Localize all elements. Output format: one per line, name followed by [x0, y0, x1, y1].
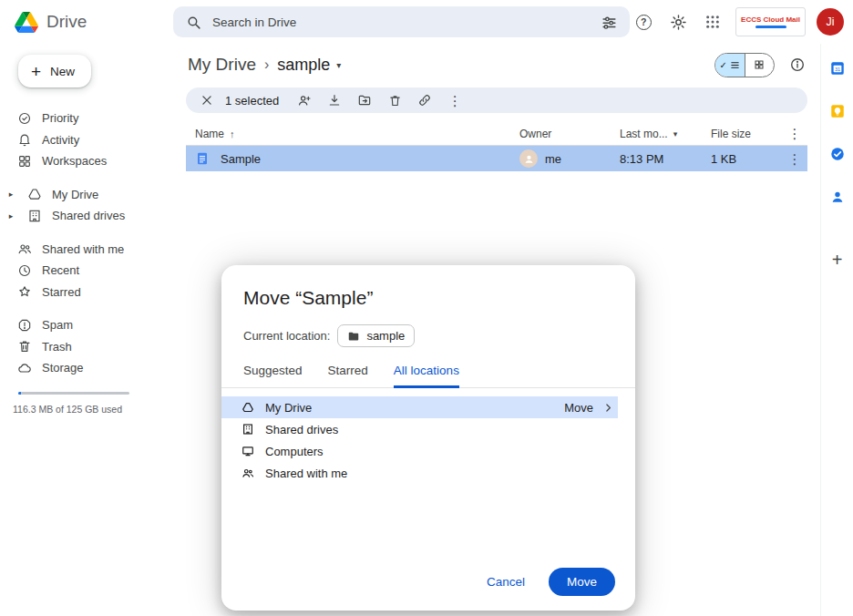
sidebar-item-spam[interactable]: Spam	[0, 314, 173, 336]
settings-button[interactable]	[666, 10, 690, 34]
header-last-modified-label: Last mo...	[620, 128, 668, 140]
sidebar-item-shared-with-me[interactable]: Shared with me	[0, 239, 173, 261]
selection-toolbar: 1 selected ⋮	[186, 87, 807, 113]
clear-selection-button[interactable]	[195, 88, 219, 112]
list-view-button[interactable]: ✓	[715, 54, 745, 77]
new-button[interactable]: + New	[18, 55, 91, 87]
folder-icon	[347, 330, 360, 343]
workspace-badge[interactable]: ECCS Cloud Mail	[735, 7, 806, 36]
trash-icon	[17, 339, 32, 354]
download-button[interactable]	[323, 88, 346, 112]
apps-grid-button[interactable]	[701, 10, 725, 34]
row-more-button[interactable]: ⋮	[782, 152, 807, 166]
bell-icon	[17, 132, 32, 147]
account-avatar[interactable]: Ji	[817, 8, 844, 36]
tab-suggested[interactable]: Suggested	[243, 364, 303, 388]
tasks-button[interactable]	[827, 144, 848, 164]
apps-grid-icon	[705, 15, 720, 29]
workspace-badge-label: ECCS Cloud Mail	[741, 15, 800, 24]
move-button[interactable]: Move	[549, 568, 615, 596]
person-add-icon	[297, 93, 312, 108]
tab-starred[interactable]: Starred	[328, 364, 368, 388]
tab-label: All locations	[394, 364, 459, 377]
topbar-actions: ? ECCS Cloud Mail Ji	[632, 7, 853, 36]
more-actions-button[interactable]: ⋮	[443, 88, 467, 112]
star-icon	[17, 284, 32, 299]
tab-label: Suggested	[243, 364, 303, 377]
location-row-shared-drives[interactable]: Shared drives	[221, 418, 618, 440]
sidebar-item-shared-drives[interactable]: ▸ Shared drives	[0, 205, 173, 227]
sidebar-item-storage[interactable]: Storage	[0, 357, 173, 379]
sidebar-item-my-drive[interactable]: ▸ My Drive	[0, 184, 173, 206]
get-addons-button[interactable]: +	[832, 250, 843, 271]
location-label: Shared drives	[265, 423, 338, 436]
last-modified-value: 8:13 PM	[620, 152, 711, 166]
folder-menu-caret-icon[interactable]: ▾	[336, 60, 341, 70]
table-row[interactable]: Sample me 8:13 PM 1 KB ⋮	[186, 146, 807, 171]
sort-ascending-icon: ↑	[230, 128, 235, 139]
get-link-button[interactable]	[413, 88, 437, 112]
keep-button[interactable]	[827, 101, 848, 121]
sidebar-item-label: Recent	[42, 263, 79, 277]
details-info-button[interactable]	[789, 56, 806, 73]
calendar-button[interactable]: 31	[827, 58, 848, 78]
row-move-action[interactable]: Move	[564, 401, 593, 415]
help-button[interactable]: ?	[632, 10, 655, 34]
header-last-modified[interactable]: Last mo... ▾	[620, 128, 711, 140]
search-input[interactable]: Search in Drive	[173, 6, 630, 37]
location-list: My Drive Move Shared drives Computers	[221, 396, 635, 484]
chevron-right-icon[interactable]	[602, 402, 614, 414]
move-to-button[interactable]	[353, 88, 376, 112]
grid-view-button[interactable]	[745, 54, 775, 77]
sidebar-item-priority[interactable]: Priority	[0, 108, 173, 129]
sidebar-item-activity[interactable]: Activity	[0, 129, 173, 151]
location-row-my-drive[interactable]: My Drive Move	[221, 396, 618, 418]
dialog-tabs: Suggested Starred All locations	[221, 364, 635, 388]
gear-icon	[670, 14, 687, 31]
contacts-icon	[829, 189, 846, 205]
header-name[interactable]: Name ↑	[186, 128, 519, 140]
file-table: Name ↑ Owner Last mo... ▾ File size ⋮	[186, 122, 807, 171]
location-label: Computers	[265, 445, 324, 458]
header-file-size[interactable]: File size	[711, 128, 782, 140]
location-label: My Drive	[265, 401, 312, 415]
calendar-icon: 31	[829, 60, 846, 77]
location-row-shared-with-me[interactable]: Shared with me	[221, 462, 618, 484]
sidebar-item-recent[interactable]: Recent	[0, 260, 173, 282]
keep-icon	[829, 103, 846, 119]
cancel-button[interactable]: Cancel	[487, 575, 525, 589]
shared-drives-icon	[242, 423, 254, 436]
download-icon	[327, 93, 342, 108]
avatar-initials: Ji	[826, 15, 834, 28]
expand-arrow-icon[interactable]: ▸	[5, 190, 17, 199]
search-icon[interactable]	[186, 15, 201, 30]
owner-name: me	[545, 152, 561, 166]
storage-progress-bar	[18, 392, 129, 395]
location-row-computers[interactable]: Computers	[221, 440, 618, 462]
header-file-size-label: File size	[711, 128, 751, 140]
file-name: Sample	[221, 152, 261, 166]
sidebar-item-starred[interactable]: Starred	[0, 282, 173, 303]
tab-all-locations[interactable]: All locations	[394, 364, 459, 388]
spam-icon	[17, 318, 32, 333]
sidebar-nav: Priority Activity Workspaces ▸	[0, 108, 173, 379]
sidebar-item-workspaces[interactable]: Workspaces	[0, 150, 173, 172]
breadcrumb-current[interactable]: sample	[277, 56, 330, 75]
view-toggle: ✓	[714, 53, 775, 77]
sidebar-item-trash[interactable]: Trash	[0, 336, 173, 358]
current-location-chip[interactable]: sample	[337, 324, 415, 347]
sidebar-item-label: My Drive	[52, 188, 98, 201]
move-dialog: Move “Sample” Current location: sample S…	[221, 265, 635, 611]
breadcrumb-root[interactable]: My Drive	[188, 55, 256, 75]
header-owner[interactable]: Owner	[519, 128, 620, 140]
more-vertical-icon: ⋮	[788, 152, 802, 166]
my-drive-icon	[242, 401, 254, 414]
share-button[interactable]	[293, 88, 316, 112]
header-more-button[interactable]: ⋮	[782, 127, 807, 140]
tab-label: Starred	[328, 364, 368, 377]
drive-brand[interactable]: Drive	[0, 12, 173, 33]
delete-button[interactable]	[383, 88, 406, 112]
search-options-icon[interactable]	[601, 15, 617, 30]
expand-arrow-icon[interactable]: ▸	[5, 211, 17, 221]
contacts-button[interactable]	[827, 187, 848, 207]
